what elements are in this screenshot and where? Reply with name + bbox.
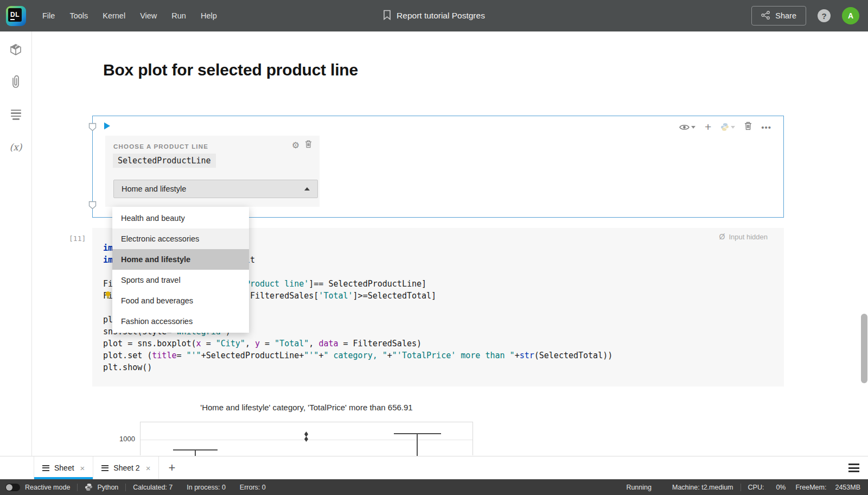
share-button-label: Share: [775, 11, 796, 20]
control-cell[interactable]: + ••• CHOOSE A PRODUCT LINE ⚙: [92, 116, 784, 218]
code-line: plt.show(): [103, 361, 612, 373]
input-hidden-badge[interactable]: Ø Input hidden: [719, 232, 768, 241]
sheet-icon: [101, 465, 108, 471]
control-variable-name[interactable]: SelectedProductLine: [113, 154, 216, 168]
control-settings-icon[interactable]: ⚙: [292, 141, 299, 150]
app-bar: DL FileToolsKernelViewRunHelp Report tut…: [0, 0, 868, 31]
menu-help[interactable]: Help: [201, 11, 217, 20]
y-axis-tick-1000: 1000: [110, 435, 135, 443]
datalore-notebook-window: DL FileToolsKernelViewRunHelp Report tut…: [0, 0, 868, 495]
page-title: Box plot for selected product line: [103, 61, 358, 79]
menu-file[interactable]: File: [42, 11, 55, 20]
add-cell-icon[interactable]: +: [705, 123, 711, 131]
divider: [741, 484, 741, 491]
dropdown-option[interactable]: Sports and travel: [112, 270, 249, 290]
share-button[interactable]: Share: [751, 6, 806, 26]
product-line-dropdown-menu: Health and beautyElectronic accessoriesH…: [112, 207, 249, 333]
outlier-diamond-2: [304, 436, 308, 442]
python-env-caret-icon: [731, 126, 735, 129]
control-label: CHOOSE A PRODUCT LINE: [113, 143, 208, 150]
run-cell-button[interactable]: [104, 122, 111, 132]
whisker-stem-left: [195, 449, 196, 456]
close-tab-icon[interactable]: ×: [80, 464, 85, 473]
visibility-icon[interactable]: [679, 124, 695, 131]
left-sidebar: (x): [0, 31, 32, 456]
packages-icon[interactable]: [9, 42, 23, 56]
python-env-icon[interactable]: [720, 123, 735, 131]
divider: [77, 484, 78, 491]
chevron-up-icon: [304, 187, 310, 191]
dropdown-option[interactable]: Health and beauty: [112, 208, 249, 229]
reactive-mode-label: Reactive mode: [25, 484, 70, 491]
cell-toolbar: + •••: [679, 122, 771, 132]
kernel-label[interactable]: Python: [97, 484, 118, 491]
mem-label: FreeMem:: [795, 484, 826, 491]
status-bar: Reactive mode Python Calculated: 7 In pr…: [0, 479, 868, 495]
product-line-select-value: Home and lifestyle: [122, 185, 186, 193]
whisker-stem-right: [417, 433, 418, 456]
cpu-label: CPU:: [748, 484, 764, 491]
code-line: plot.set (title= "'"+SelectedProductLine…: [103, 350, 612, 361]
eye-off-icon: Ø: [719, 232, 725, 241]
menu-view[interactable]: View: [140, 11, 157, 20]
sheet-icon: [42, 465, 49, 471]
menu-tools[interactable]: Tools: [69, 11, 88, 20]
cell-drag-handle-top[interactable]: [88, 123, 97, 134]
sheet-tab-bar: Sheet×Sheet 2×+: [0, 456, 868, 479]
bookmark-icon: [383, 10, 391, 22]
help-button[interactable]: ?: [818, 9, 831, 22]
variables-icon[interactable]: (x): [9, 140, 23, 154]
menu-kernel[interactable]: Kernel: [103, 11, 125, 20]
close-tab-icon[interactable]: ×: [146, 464, 151, 473]
menu-bar: FileToolsKernelViewRunHelp: [42, 11, 217, 20]
divider: [125, 484, 126, 491]
vertical-scrollbar[interactable]: [861, 314, 867, 383]
intention-bulb-icon[interactable]: [104, 291, 112, 301]
running-status: Running: [626, 484, 652, 491]
menu-run[interactable]: Run: [171, 11, 186, 20]
dropdown-option[interactable]: Electronic accessories: [112, 229, 249, 249]
dropdown-control-panel: CHOOSE A PRODUCT LINE ⚙ SelectedProductL…: [105, 136, 320, 207]
calculated-count: Calculated: 7: [133, 484, 173, 491]
cell-drag-handle-bottom[interactable]: [88, 201, 97, 212]
sheet-tab-sheet-2[interactable]: Sheet 2×: [93, 456, 159, 479]
dropdown-option[interactable]: Fashion accessories: [112, 311, 249, 332]
attachments-icon[interactable]: [9, 75, 23, 89]
control-delete-icon[interactable]: [305, 140, 312, 150]
boxplot-title: 'Home and lifestyle' category, 'TotalPri…: [140, 403, 473, 412]
mem-value: 2453MB: [835, 484, 860, 491]
notebook-title: Report tutorial Postgres: [397, 11, 485, 21]
add-sheet-button[interactable]: +: [159, 456, 184, 479]
control-panel-icons: ⚙: [292, 140, 312, 150]
toggle-knob: [6, 484, 12, 491]
visibility-caret-icon: [691, 126, 695, 129]
dropdown-option[interactable]: Food and beverages: [112, 290, 249, 311]
datalore-logo-letters: DL: [8, 8, 22, 22]
in-process-count: In process: 0: [187, 484, 226, 491]
more-options-icon[interactable]: •••: [761, 123, 771, 132]
input-hidden-label: Input hidden: [729, 233, 768, 241]
datalore-logo[interactable]: DL: [6, 6, 26, 26]
share-icon: [761, 11, 770, 21]
delete-cell-icon[interactable]: [744, 122, 752, 132]
sheet-list-menu-icon[interactable]: [848, 456, 859, 479]
sheet-tab-sheet[interactable]: Sheet×: [34, 456, 93, 479]
app-bar-right: Share ? A: [751, 6, 859, 26]
cpu-value: 0%: [776, 484, 786, 491]
execution-count: [11]: [69, 234, 86, 243]
product-line-select[interactable]: Home and lifestyle: [113, 180, 318, 198]
dropdown-option[interactable]: Home and lifestyle: [112, 249, 249, 270]
boxplot-output: [140, 422, 473, 455]
sheet-tab-label: Sheet: [54, 464, 74, 472]
python-kernel-icon: [85, 483, 93, 491]
reactive-mode-toggle[interactable]: [5, 484, 20, 491]
outline-icon[interactable]: [9, 107, 23, 122]
machine-label[interactable]: Machine: t2.medium: [672, 484, 733, 491]
user-avatar[interactable]: A: [842, 7, 859, 24]
errors-count: Errors: 0: [240, 484, 266, 491]
outlier-diamond-1: [304, 431, 308, 437]
code-line: plot = sns.boxplot(x = "City", y = "Tota…: [103, 338, 612, 350]
sheet-tab-label: Sheet 2: [113, 464, 139, 472]
